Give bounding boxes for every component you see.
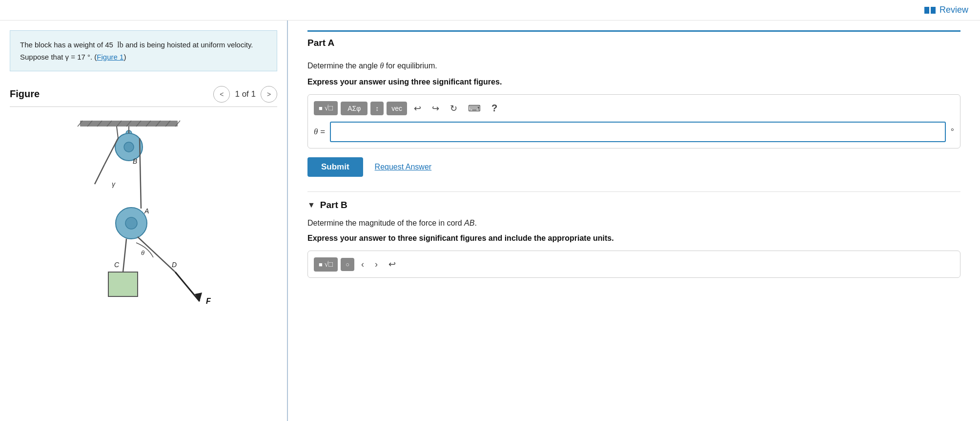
problem-statement: The block has a weight of 45 lb and is b…: [10, 30, 277, 71]
sqrt-symbol: √□: [325, 104, 333, 112]
degree-symbol: °: [951, 127, 954, 137]
math-input-row-a: θ = °: [314, 122, 954, 142]
figure-nav: < 1 of 1 >: [213, 86, 277, 103]
math-btn-undo[interactable]: ↩: [410, 101, 425, 116]
svg-text:B: B: [133, 157, 137, 165]
top-bar: Review: [0, 0, 980, 21]
figure-1-link[interactable]: Figure 1: [97, 53, 123, 61]
svg-line-31: [175, 272, 200, 301]
math-btn-keyboard[interactable]: ⌨: [464, 101, 485, 116]
pb-sqrt-icon: ■: [319, 261, 323, 268]
part-b-header: ▼ Part B: [307, 200, 960, 210]
part-a-express: Express your answer using three signific…: [307, 78, 960, 86]
part-b-section: ▼ Part B Determine the magnitude of the …: [307, 191, 960, 278]
svg-text:θ: θ: [141, 249, 144, 256]
review-icon: [924, 7, 936, 14]
figure-count: 1 of 1: [235, 89, 256, 99]
part-b-math-btn-prev[interactable]: ‹: [357, 257, 368, 272]
figure-next-button[interactable]: >: [261, 86, 277, 103]
svg-text:F: F: [206, 297, 211, 305]
part-b-math-btn-next[interactable]: ›: [371, 257, 382, 272]
figure-divider: [10, 106, 277, 107]
svg-rect-26: [108, 272, 138, 296]
math-toolbar-b: ■ √□ ○ ‹ › ↩: [314, 257, 954, 272]
submit-button[interactable]: Submit: [307, 157, 363, 177]
part-b-express: Express your answer to three significant…: [307, 234, 960, 243]
math-btn-arrows[interactable]: ↕: [370, 102, 384, 115]
figure-diagram: B γ A: [51, 116, 236, 321]
part-b-math-btn-undo[interactable]: ↩: [385, 257, 400, 272]
figure-image-area: B γ A: [0, 111, 287, 421]
part-b-question: Determine the magnitude of the force in …: [307, 217, 960, 229]
part-a-header: Part A: [307, 30, 960, 52]
part-a-title: Part A: [307, 38, 334, 48]
main-layout: The block has a weight of 45 lb and is b…: [0, 21, 980, 421]
figure-header: Figure < 1 of 1 >: [0, 71, 287, 106]
pb-sqrt-symbol: √□: [325, 260, 333, 269]
part-a-question: Determine the angle θ for equilibrium.: [307, 60, 960, 72]
svg-text:γ: γ: [112, 180, 116, 188]
part-b-math-btn-2[interactable]: ○: [341, 258, 354, 271]
right-panel: Part A Determine the angle θ for equilib…: [288, 21, 980, 421]
part-b-math-container: ■ √□ ○ ‹ › ↩: [307, 251, 960, 278]
svg-text:D: D: [172, 261, 177, 269]
svg-point-14: [124, 142, 134, 152]
math-btn-sqrt[interactable]: ■ √□: [314, 101, 338, 115]
part-a-math-container: ■ √□ ΑΣφ ↕ vec ↩ ↪ ↻ ⌨ ? θ =: [307, 94, 960, 148]
action-row-a: Submit Request Answer: [307, 157, 960, 177]
svg-line-19: [95, 165, 104, 184]
math-btn-redo[interactable]: ↪: [428, 101, 443, 116]
math-btn-vec[interactable]: vec: [387, 102, 407, 115]
sqrt-icon: ■: [319, 105, 323, 112]
review-label: Review: [939, 5, 968, 15]
left-panel: The block has a weight of 45 lb and is b…: [0, 21, 288, 421]
figure-label: Figure: [10, 88, 40, 100]
review-button[interactable]: Review: [924, 5, 968, 15]
math-btn-alpha[interactable]: ΑΣφ: [341, 102, 368, 115]
part-b-title: Part B: [320, 200, 347, 210]
part-b-collapse-arrow[interactable]: ▼: [307, 201, 315, 210]
part-a-section: Part A Determine the angle θ for equilib…: [307, 21, 960, 177]
svg-text:A: A: [144, 207, 149, 215]
problem-text-end: ): [123, 53, 126, 61]
svg-text:C: C: [114, 261, 120, 269]
math-toolbar-a: ■ √□ ΑΣφ ↕ vec ↩ ↪ ↻ ⌨ ?: [314, 101, 954, 116]
theta-label: θ =: [314, 127, 325, 137]
problem-text-before-lb: The block has a weight of 45: [20, 41, 113, 49]
figure-prev-button[interactable]: <: [213, 86, 230, 103]
math-btn-help[interactable]: ?: [488, 101, 501, 116]
svg-line-17: [117, 126, 118, 138]
lb-symbol: lb: [117, 41, 123, 49]
theta-answer-input[interactable]: [330, 122, 946, 142]
request-answer-link[interactable]: Request Answer: [375, 163, 432, 171]
math-btn-refresh[interactable]: ↻: [446, 101, 461, 116]
part-b-math-btn-1[interactable]: ■ √□: [314, 257, 338, 272]
svg-line-25: [123, 239, 126, 272]
svg-point-22: [125, 217, 137, 229]
